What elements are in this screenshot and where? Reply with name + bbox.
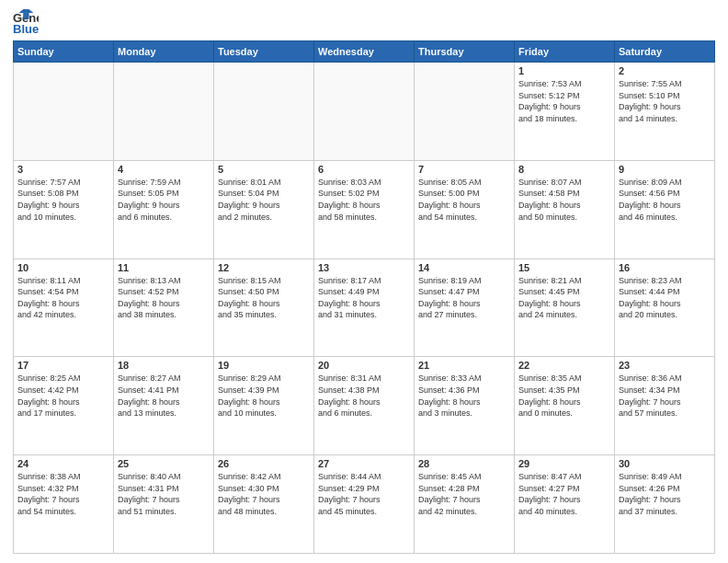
calendar-cell: 3Sunrise: 7:57 AM Sunset: 5:08 PM Daylig… <box>14 160 114 259</box>
day-number: 20 <box>318 360 410 371</box>
day-number: 9 <box>619 164 711 175</box>
logo: General Blue <box>13 9 42 35</box>
calendar-cell <box>314 63 415 161</box>
calendar-cell: 2Sunrise: 7:55 AM Sunset: 5:10 PM Daylig… <box>615 63 715 161</box>
day-info: Sunrise: 8:25 AM Sunset: 4:42 PM Dayligh… <box>17 373 109 419</box>
calendar-cell: 6Sunrise: 8:03 AM Sunset: 5:02 PM Daylig… <box>314 160 415 259</box>
day-number: 7 <box>418 164 510 175</box>
day-number: 16 <box>619 262 711 273</box>
day-number: 11 <box>118 262 210 273</box>
calendar-cell <box>415 63 515 161</box>
calendar-cell: 14Sunrise: 8:19 AM Sunset: 4:47 PM Dayli… <box>415 259 515 357</box>
calendar-cell: 17Sunrise: 8:25 AM Sunset: 4:42 PM Dayli… <box>14 357 114 455</box>
calendar-cell: 21Sunrise: 8:33 AM Sunset: 4:36 PM Dayli… <box>415 357 515 455</box>
calendar-cell <box>214 63 314 161</box>
calendar-cell <box>14 63 114 161</box>
day-number: 15 <box>518 262 610 273</box>
day-info: Sunrise: 8:38 AM Sunset: 4:32 PM Dayligh… <box>17 471 109 517</box>
weekday-header-friday: Friday <box>515 41 615 63</box>
day-info: Sunrise: 8:17 AM Sunset: 4:49 PM Dayligh… <box>318 275 410 321</box>
calendar-cell: 8Sunrise: 8:07 AM Sunset: 4:58 PM Daylig… <box>515 160 615 259</box>
day-number: 19 <box>218 360 310 371</box>
week-row-0: 1Sunrise: 7:53 AM Sunset: 5:12 PM Daylig… <box>14 63 715 161</box>
day-number: 1 <box>518 65 610 76</box>
header: General Blue <box>13 9 715 35</box>
day-number: 6 <box>318 164 410 175</box>
weekday-header-saturday: Saturday <box>615 41 715 63</box>
day-number: 30 <box>619 458 711 469</box>
day-number: 25 <box>118 458 210 469</box>
calendar-cell: 19Sunrise: 8:29 AM Sunset: 4:39 PM Dayli… <box>214 357 314 455</box>
day-number: 23 <box>619 360 711 371</box>
day-info: Sunrise: 8:49 AM Sunset: 4:26 PM Dayligh… <box>619 471 711 517</box>
day-number: 21 <box>418 360 510 371</box>
day-info: Sunrise: 7:57 AM Sunset: 5:08 PM Dayligh… <box>17 177 109 223</box>
calendar-cell: 15Sunrise: 8:21 AM Sunset: 4:45 PM Dayli… <box>515 259 615 357</box>
weekday-header-row: SundayMondayTuesdayWednesdayThursdayFrid… <box>14 41 715 63</box>
day-info: Sunrise: 8:42 AM Sunset: 4:30 PM Dayligh… <box>218 471 310 517</box>
day-number: 2 <box>619 65 711 76</box>
day-info: Sunrise: 8:27 AM Sunset: 4:41 PM Dayligh… <box>118 373 210 419</box>
day-info: Sunrise: 8:31 AM Sunset: 4:38 PM Dayligh… <box>318 373 410 419</box>
calendar-cell: 20Sunrise: 8:31 AM Sunset: 4:38 PM Dayli… <box>314 357 415 455</box>
day-number: 26 <box>218 458 310 469</box>
day-number: 12 <box>218 262 310 273</box>
day-info: Sunrise: 8:19 AM Sunset: 4:47 PM Dayligh… <box>418 275 510 321</box>
day-info: Sunrise: 8:05 AM Sunset: 5:00 PM Dayligh… <box>418 177 510 223</box>
day-info: Sunrise: 8:01 AM Sunset: 5:04 PM Dayligh… <box>218 177 310 223</box>
day-number: 3 <box>17 164 109 175</box>
weekday-header-monday: Monday <box>114 41 214 63</box>
calendar-cell: 4Sunrise: 7:59 AM Sunset: 5:05 PM Daylig… <box>114 160 214 259</box>
day-number: 29 <box>518 458 610 469</box>
day-info: Sunrise: 8:36 AM Sunset: 4:34 PM Dayligh… <box>619 373 711 419</box>
calendar-cell: 13Sunrise: 8:17 AM Sunset: 4:49 PM Dayli… <box>314 259 415 357</box>
calendar-cell: 22Sunrise: 8:35 AM Sunset: 4:35 PM Dayli… <box>515 357 615 455</box>
page: General Blue SundayMondayTuesdayWednesda… <box>0 0 728 563</box>
calendar-cell: 18Sunrise: 8:27 AM Sunset: 4:41 PM Dayli… <box>114 357 214 455</box>
day-info: Sunrise: 8:03 AM Sunset: 5:02 PM Dayligh… <box>318 177 410 223</box>
day-info: Sunrise: 8:44 AM Sunset: 4:29 PM Dayligh… <box>318 471 410 517</box>
weekday-header-thursday: Thursday <box>415 41 515 63</box>
day-number: 10 <box>17 262 109 273</box>
calendar-cell: 16Sunrise: 8:23 AM Sunset: 4:44 PM Dayli… <box>615 259 715 357</box>
day-number: 8 <box>518 164 610 175</box>
day-info: Sunrise: 8:33 AM Sunset: 4:36 PM Dayligh… <box>418 373 510 419</box>
day-info: Sunrise: 8:23 AM Sunset: 4:44 PM Dayligh… <box>619 275 711 321</box>
calendar-cell: 26Sunrise: 8:42 AM Sunset: 4:30 PM Dayli… <box>214 455 314 554</box>
day-info: Sunrise: 7:59 AM Sunset: 5:05 PM Dayligh… <box>118 177 210 223</box>
day-number: 5 <box>218 164 310 175</box>
day-number: 27 <box>318 458 410 469</box>
day-info: Sunrise: 8:45 AM Sunset: 4:28 PM Dayligh… <box>418 471 510 517</box>
calendar-cell: 5Sunrise: 8:01 AM Sunset: 5:04 PM Daylig… <box>214 160 314 259</box>
day-number: 13 <box>318 262 410 273</box>
svg-text:Blue: Blue <box>13 22 39 35</box>
calendar-cell: 25Sunrise: 8:40 AM Sunset: 4:31 PM Dayli… <box>114 455 214 554</box>
weekday-header-tuesday: Tuesday <box>214 41 314 63</box>
calendar-cell: 24Sunrise: 8:38 AM Sunset: 4:32 PM Dayli… <box>14 455 114 554</box>
day-info: Sunrise: 8:35 AM Sunset: 4:35 PM Dayligh… <box>518 373 610 419</box>
day-info: Sunrise: 8:09 AM Sunset: 4:56 PM Dayligh… <box>619 177 711 223</box>
calendar-cell: 9Sunrise: 8:09 AM Sunset: 4:56 PM Daylig… <box>615 160 715 259</box>
calendar-cell: 27Sunrise: 8:44 AM Sunset: 4:29 PM Dayli… <box>314 455 415 554</box>
day-number: 17 <box>17 360 109 371</box>
week-row-4: 24Sunrise: 8:38 AM Sunset: 4:32 PM Dayli… <box>14 455 715 554</box>
calendar-cell: 28Sunrise: 8:45 AM Sunset: 4:28 PM Dayli… <box>415 455 515 554</box>
day-info: Sunrise: 8:21 AM Sunset: 4:45 PM Dayligh… <box>518 275 610 321</box>
day-info: Sunrise: 7:55 AM Sunset: 5:10 PM Dayligh… <box>619 78 711 124</box>
calendar-cell: 11Sunrise: 8:13 AM Sunset: 4:52 PM Dayli… <box>114 259 214 357</box>
day-info: Sunrise: 8:07 AM Sunset: 4:58 PM Dayligh… <box>518 177 610 223</box>
day-info: Sunrise: 8:15 AM Sunset: 4:50 PM Dayligh… <box>218 275 310 321</box>
day-info: Sunrise: 8:11 AM Sunset: 4:54 PM Dayligh… <box>17 275 109 321</box>
calendar-cell: 10Sunrise: 8:11 AM Sunset: 4:54 PM Dayli… <box>14 259 114 357</box>
week-row-1: 3Sunrise: 7:57 AM Sunset: 5:08 PM Daylig… <box>14 160 715 259</box>
calendar-cell: 23Sunrise: 8:36 AM Sunset: 4:34 PM Dayli… <box>615 357 715 455</box>
calendar-table: SundayMondayTuesdayWednesdayThursdayFrid… <box>13 40 715 554</box>
day-info: Sunrise: 8:47 AM Sunset: 4:27 PM Dayligh… <box>518 471 610 517</box>
calendar-cell <box>114 63 214 161</box>
week-row-2: 10Sunrise: 8:11 AM Sunset: 4:54 PM Dayli… <box>14 259 715 357</box>
day-info: Sunrise: 8:29 AM Sunset: 4:39 PM Dayligh… <box>218 373 310 419</box>
calendar-cell: 7Sunrise: 8:05 AM Sunset: 5:00 PM Daylig… <box>415 160 515 259</box>
logo-icon: General Blue <box>13 9 39 35</box>
day-number: 18 <box>118 360 210 371</box>
day-number: 28 <box>418 458 510 469</box>
